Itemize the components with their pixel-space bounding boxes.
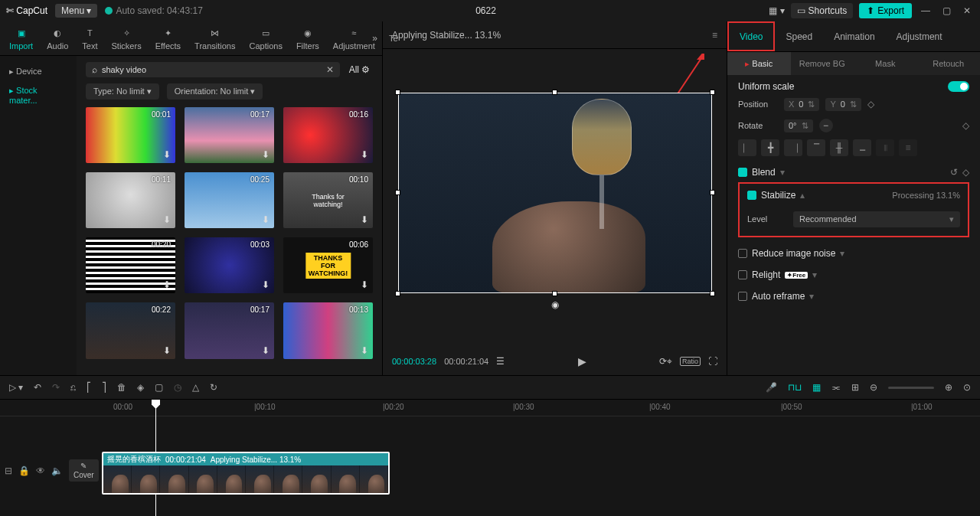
- subtab-retouch[interactable]: Retouch: [917, 52, 981, 75]
- level-select[interactable]: Recommended▾: [793, 211, 960, 227]
- media-thumbnail[interactable]: 00:22⬇: [86, 302, 175, 358]
- align-right-icon[interactable]: ⎹: [784, 139, 802, 156]
- media-thumbnail[interactable]: 00:11⬇: [86, 172, 175, 228]
- download-icon[interactable]: ⬇: [163, 279, 171, 290]
- cover-button[interactable]: ✎Cover: [69, 459, 99, 482]
- fullscreen-icon[interactable]: ⛶: [708, 356, 717, 367]
- download-icon[interactable]: ⬇: [262, 149, 270, 160]
- download-icon[interactable]: ⬇: [163, 214, 171, 225]
- chain-icon[interactable]: ⫘: [831, 382, 841, 393]
- rotate-minus-button[interactable]: −: [819, 119, 833, 132]
- shortcuts-button[interactable]: ▭ Shortcuts: [791, 3, 854, 18]
- nav-stickers[interactable]: ✧Stickers: [112, 26, 142, 51]
- blend-reset-icon[interactable]: ↺: [950, 167, 958, 178]
- maximize-icon[interactable]: ▢: [939, 5, 954, 16]
- nav-more-icon[interactable]: »: [372, 33, 377, 44]
- mute-track-icon[interactable]: 👁: [36, 465, 45, 476]
- layout-icon[interactable]: ▦ ▾: [769, 5, 784, 16]
- download-icon[interactable]: ⬇: [361, 149, 368, 160]
- reframe-checkbox[interactable]: [738, 292, 747, 301]
- audio-track-icon[interactable]: 🔈: [51, 465, 63, 476]
- sidebar-item-device[interactable]: ▸ Device: [0, 62, 77, 81]
- nav-captions[interactable]: ▭Captions: [249, 26, 282, 51]
- tab-video[interactable]: Video: [727, 21, 775, 51]
- search-input[interactable]: ⌕ ✕: [86, 62, 340, 77]
- export-button[interactable]: ⬆ Export: [859, 3, 912, 18]
- preview-render-icon[interactable]: ⊞: [851, 382, 859, 393]
- position-x-input[interactable]: X0⇅: [784, 98, 819, 111]
- menu-button[interactable]: Menu ▾: [55, 4, 97, 18]
- media-thumbnail[interactable]: Thanks for watching!00:10⬇: [283, 172, 373, 228]
- position-keyframe-icon[interactable]: ◇: [867, 99, 874, 109]
- subtab-mask[interactable]: Mask: [854, 52, 917, 75]
- nav-adjustment[interactable]: ≈Adjustment: [333, 26, 375, 51]
- delete-icon[interactable]: 🗑: [117, 382, 126, 393]
- download-icon[interactable]: ⬇: [262, 214, 270, 225]
- timeline-ruler[interactable]: 00:00|00:10|00:20|00:30|00:40|00:50|01:0…: [0, 400, 980, 416]
- download-icon[interactable]: ⬇: [262, 279, 270, 290]
- rotate-handle-icon[interactable]: ◉: [551, 299, 559, 310]
- stabilize-checkbox[interactable]: [747, 191, 756, 200]
- ratio-button[interactable]: Ratio: [680, 357, 701, 366]
- noise-checkbox[interactable]: [738, 249, 747, 258]
- download-icon[interactable]: ⬇: [361, 345, 368, 356]
- media-thumbnail[interactable]: 00:16⬇: [283, 107, 373, 163]
- zoom-slider[interactable]: [888, 387, 934, 389]
- relight-checkbox[interactable]: [738, 270, 747, 279]
- nav-audio[interactable]: ◐Audio: [47, 26, 68, 51]
- align-top-icon[interactable]: ⎺: [807, 139, 825, 156]
- media-thumbnail[interactable]: 00:01⬇: [86, 107, 175, 163]
- sidebar-item-stock[interactable]: ▸ Stock mater...: [0, 81, 77, 109]
- media-thumbnail[interactable]: THANKS FOR WATCHING!00:06⬇: [283, 237, 373, 293]
- download-icon[interactable]: ⬇: [163, 149, 171, 160]
- preview-menu-icon[interactable]: ≡: [712, 30, 717, 41]
- undo-icon[interactable]: ↶: [34, 382, 41, 393]
- media-thumbnail[interactable]: 00:25⬇: [185, 172, 274, 228]
- media-thumbnail[interactable]: 00:13⬇: [283, 302, 373, 358]
- media-thumbnail[interactable]: 00:20⬇: [86, 237, 175, 293]
- all-filter-button[interactable]: All ⚙: [346, 62, 373, 77]
- split-icon[interactable]: ⎌: [70, 382, 76, 393]
- split-right-icon[interactable]: ⎤: [102, 382, 106, 393]
- timeline[interactable]: 00:00|00:10|00:20|00:30|00:40|00:50|01:0…: [0, 400, 980, 516]
- link-on-icon[interactable]: ▦: [812, 382, 821, 393]
- scan-icon[interactable]: ⟳⌖: [659, 356, 672, 367]
- mic-icon[interactable]: 🎤: [766, 382, 777, 393]
- blend-keyframe-icon[interactable]: ◇: [962, 167, 969, 178]
- clear-search-icon[interactable]: ✕: [326, 64, 334, 75]
- media-thumbnail[interactable]: 00:03⬇: [185, 237, 274, 293]
- minimize-icon[interactable]: —: [918, 5, 933, 16]
- copy-icon[interactable]: ▢: [155, 382, 163, 393]
- align-bottom-icon[interactable]: ⎽: [853, 139, 871, 156]
- list-icon[interactable]: ☰: [496, 356, 505, 367]
- nav-import[interactable]: ▣Import: [9, 26, 33, 51]
- nav-text[interactable]: TText: [82, 26, 97, 51]
- tab-speed[interactable]: Speed: [775, 21, 823, 51]
- video-clip[interactable]: 摇晃的香槟酒杯 00:00:21:04 Applying Stabilize..…: [102, 452, 390, 495]
- rotate-tool-icon[interactable]: ↻: [210, 382, 217, 393]
- rotate-input[interactable]: 0°⇅: [784, 119, 813, 132]
- media-thumbnail[interactable]: 00:17⬇: [185, 302, 274, 358]
- split-left-icon[interactable]: ⎡: [87, 382, 91, 393]
- pointer-tool-icon[interactable]: ▷ ▾: [9, 382, 23, 393]
- rotate-keyframe-icon[interactable]: ◇: [962, 120, 969, 131]
- align-center-h-icon[interactable]: ╋: [761, 139, 779, 156]
- download-icon[interactable]: ⬇: [163, 345, 171, 356]
- zoom-in-icon[interactable]: ⊕: [945, 382, 952, 393]
- position-y-input[interactable]: Y0⇅: [825, 98, 861, 111]
- close-icon[interactable]: ✕: [960, 5, 974, 16]
- mirror-icon[interactable]: △: [192, 382, 199, 393]
- nav-filters[interactable]: ◉Filters: [296, 26, 319, 51]
- align-left-icon[interactable]: ⎸: [738, 139, 756, 156]
- blend-checkbox[interactable]: [738, 168, 747, 177]
- nav-templates[interactable]: Te: [389, 34, 398, 43]
- search-field[interactable]: [102, 65, 322, 74]
- download-icon[interactable]: ⬇: [361, 279, 368, 290]
- magnet-on-icon[interactable]: ⊓⊔: [788, 382, 802, 393]
- uniform-scale-toggle[interactable]: [948, 81, 969, 92]
- type-filter[interactable]: Type: No limit ▾: [86, 83, 159, 100]
- marker-icon[interactable]: ◈: [137, 382, 144, 393]
- nav-transitions[interactable]: ⋈Transitions: [194, 26, 235, 51]
- align-center-v-icon[interactable]: ╫: [830, 139, 848, 156]
- subtab-removebg[interactable]: Remove BG: [791, 52, 854, 75]
